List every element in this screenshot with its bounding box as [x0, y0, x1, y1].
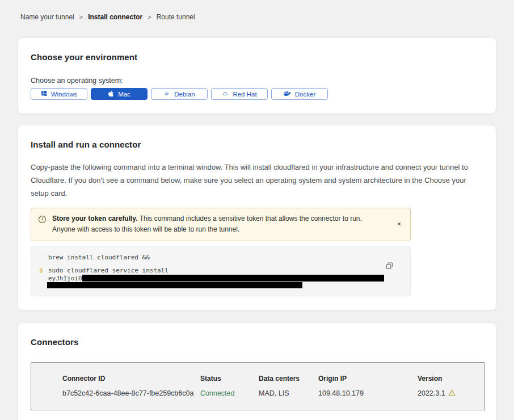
connectors-card-title: Connectors — [31, 337, 483, 347]
breadcrumb: Name your tunnel > Install connector > R… — [0, 0, 514, 21]
token-warning-title: Store your token carefully. — [52, 215, 138, 222]
os-button-mac[interactable]: Mac — [91, 88, 148, 100]
os-button-windows[interactable]: Windows — [31, 88, 87, 100]
shell-prompt: $ — [39, 267, 48, 274]
connectors-table: Connector ID Status Data centers Origin … — [31, 362, 485, 410]
copy-icon[interactable] — [385, 261, 394, 272]
token-redaction-bar — [82, 275, 384, 282]
origin-ip-value: 109.48.10.179 — [318, 389, 418, 397]
status-badge: Connected — [200, 389, 259, 397]
command-line-sudo: $ sudo cloudflared service install — [39, 267, 402, 274]
info-circle-icon — [38, 215, 47, 227]
breadcrumb-route-tunnel[interactable]: Route tunnel — [157, 13, 195, 21]
environment-card-title: Choose your environment — [31, 52, 483, 62]
windows-icon — [41, 90, 47, 98]
column-header-version: Version — [418, 375, 484, 383]
os-button-docker[interactable]: Docker — [271, 88, 328, 100]
token-warning-text: Store your token carefully. This command… — [52, 213, 370, 235]
token-line: eyJhIjoiO — [48, 275, 402, 282]
token-line-2 — [47, 282, 402, 290]
redhat-icon — [222, 90, 229, 98]
os-button-label: Debian — [174, 91, 195, 98]
debian-icon — [163, 90, 170, 98]
column-header-status: Status — [200, 375, 259, 383]
warning-triangle-icon — [448, 389, 456, 398]
os-button-label: Docker — [295, 91, 315, 98]
apple-icon — [108, 90, 114, 98]
command-line-brew: brew install cloudflared && — [48, 254, 402, 261]
version-value: 2022.3.1 — [418, 389, 484, 398]
breadcrumb-separator: > — [79, 14, 83, 20]
connector-card-title: Install and run a connector — [31, 140, 483, 149]
docker-icon — [284, 90, 291, 98]
breadcrumb-separator: > — [148, 14, 151, 20]
environment-card: Choose your environment Choose an operat… — [18, 38, 496, 114]
version-number: 2022.3.1 — [418, 389, 445, 397]
connector-id-value: b7c52c42-6caa-48ee-8c77-fbe259cb6c0a — [62, 389, 200, 397]
connectors-card: Connectors Connector ID Status Data cent… — [18, 323, 496, 420]
os-button-debian[interactable]: Debian — [151, 88, 208, 100]
close-icon[interactable]: × — [395, 219, 403, 229]
column-header-connector-id: Connector ID — [62, 375, 200, 383]
data-centers-value: MAD, LIS — [259, 389, 318, 397]
breadcrumb-name-your-tunnel[interactable]: Name your tunnel — [20, 13, 74, 21]
connector-description: Copy-paste the following command into a … — [31, 161, 482, 200]
connector-card: Install and run a connector Copy-paste t… — [18, 125, 496, 310]
column-header-data-centers: Data centers — [259, 375, 318, 383]
os-button-group: Windows Mac Debian Red Hat Docker — [31, 88, 483, 100]
os-select-label: Choose an operating system: — [31, 77, 483, 85]
breadcrumb-install-connector[interactable]: Install connector — [88, 13, 142, 21]
os-button-label: Red Hat — [233, 91, 256, 98]
token-prefix: eyJhIjoiO — [48, 275, 82, 282]
column-header-origin-ip: Origin IP — [318, 375, 418, 383]
os-button-label: Windows — [51, 91, 78, 98]
install-command-codeblock[interactable]: brew install cloudflared && $ sudo cloud… — [31, 246, 411, 296]
sudo-command-text: sudo cloudflared service install — [48, 267, 168, 274]
os-button-label: Mac — [118, 91, 130, 98]
token-redaction-bar — [47, 282, 302, 288]
token-warning-banner: Store your token carefully. This command… — [31, 208, 411, 241]
os-button-redhat[interactable]: Red Hat — [211, 88, 268, 100]
